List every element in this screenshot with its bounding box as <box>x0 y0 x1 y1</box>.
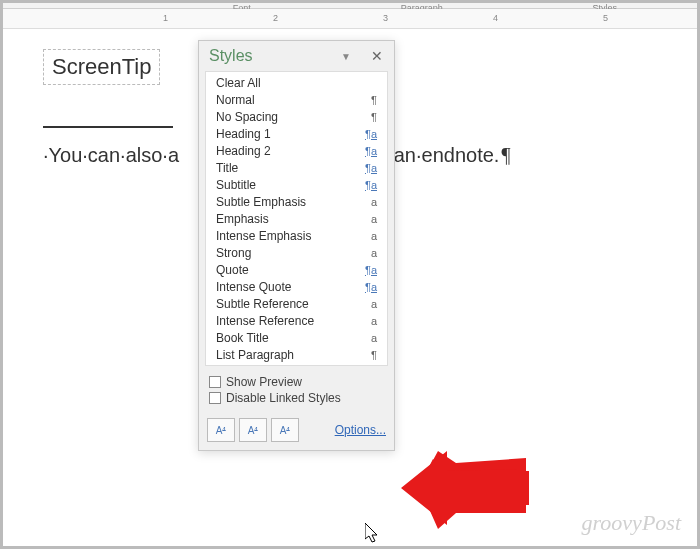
style-label: Title <box>216 161 365 175</box>
style-label: Heading 2 <box>216 144 365 158</box>
close-icon[interactable]: ✕ <box>370 49 384 63</box>
style-type-icon: ¶ <box>371 94 377 106</box>
style-label: Heading 1 <box>216 127 365 141</box>
style-label: List Paragraph <box>216 348 371 362</box>
style-type-icon: ¶a <box>365 128 377 140</box>
manage-styles-button[interactable]: A⁴ <box>271 418 299 442</box>
style-label: Subtitle <box>216 178 365 192</box>
svg-marker-3 <box>365 523 377 542</box>
style-type-icon: a <box>371 298 377 310</box>
style-item[interactable]: Clear All <box>206 74 387 91</box>
show-preview-checkbox[interactable]: Show Preview <box>209 374 384 390</box>
style-type-icon: a <box>371 315 377 327</box>
disable-linked-checkbox[interactable]: Disable Linked Styles <box>209 390 384 406</box>
styles-list: Clear AllNormal¶No Spacing¶Heading 1¶aHe… <box>205 71 388 366</box>
style-type-icon: ¶ <box>371 111 377 123</box>
style-item[interactable]: Subtle Emphasisa <box>206 193 387 210</box>
style-label: Quote <box>216 263 365 277</box>
style-type-icon: a <box>371 213 377 225</box>
new-style-button[interactable]: A⁴ <box>207 418 235 442</box>
style-label: Intense Reference <box>216 314 371 328</box>
style-label: Subtle Emphasis <box>216 195 371 209</box>
style-item[interactable]: Heading 1¶a <box>206 125 387 142</box>
style-item[interactable]: No Spacing¶ <box>206 108 387 125</box>
style-label: Intense Quote <box>216 280 365 294</box>
style-type-icon: ¶a <box>365 281 377 293</box>
style-inspector-button[interactable]: A⁴ <box>239 418 267 442</box>
style-item[interactable]: Heading 2¶a <box>206 142 387 159</box>
style-label: Clear All <box>216 76 377 90</box>
style-item[interactable]: Intense Referencea <box>206 312 387 329</box>
annotation-arrow <box>401 451 531 531</box>
style-type-icon: ¶a <box>365 179 377 191</box>
style-label: Intense Emphasis <box>216 229 371 243</box>
style-item[interactable]: Book Titlea <box>206 329 387 346</box>
style-label: Strong <box>216 246 371 260</box>
style-item[interactable]: Quote¶a <box>206 261 387 278</box>
pane-title: Styles <box>209 47 340 65</box>
style-type-icon: ¶ <box>371 349 377 361</box>
style-item[interactable]: Emphasisa <box>206 210 387 227</box>
style-label: Book Title <box>216 331 371 345</box>
style-label: Normal <box>216 93 371 107</box>
style-type-icon: ¶a <box>365 145 377 157</box>
horizontal-ruler: 1 2 3 4 5 <box>3 9 697 29</box>
style-type-icon: a <box>371 332 377 344</box>
style-type-icon: a <box>371 196 377 208</box>
style-item[interactable]: Subtle Referencea <box>206 295 387 312</box>
style-item[interactable]: List Paragraph¶ <box>206 346 387 363</box>
style-item[interactable]: Intense Quote¶a <box>206 278 387 295</box>
style-type-icon: ¶a <box>365 264 377 276</box>
styles-pane: Styles ▼ ✕ Clear AllNormal¶No Spacing¶He… <box>198 40 395 451</box>
pane-dropdown-icon[interactable]: ▼ <box>340 51 352 62</box>
cursor-icon <box>365 523 383 545</box>
watermark: groovyPost <box>582 510 681 536</box>
style-label: Subtle Reference <box>216 297 371 311</box>
style-type-icon: a <box>371 247 377 259</box>
screentip-table-cell[interactable]: ScreenTip <box>43 49 160 85</box>
style-item[interactable]: Intense Emphasisa <box>206 227 387 244</box>
style-item[interactable]: Stronga <box>206 244 387 261</box>
style-item[interactable]: Normal¶ <box>206 91 387 108</box>
screentip-text: ScreenTip <box>52 54 151 80</box>
style-type-icon: ¶a <box>365 162 377 174</box>
style-label: Emphasis <box>216 212 371 226</box>
options-link[interactable]: Options... <box>335 423 386 437</box>
style-label: No Spacing <box>216 110 371 124</box>
style-item[interactable]: Title¶a <box>206 159 387 176</box>
style-item[interactable]: Subtitle¶a <box>206 176 387 193</box>
style-type-icon: a <box>371 230 377 242</box>
